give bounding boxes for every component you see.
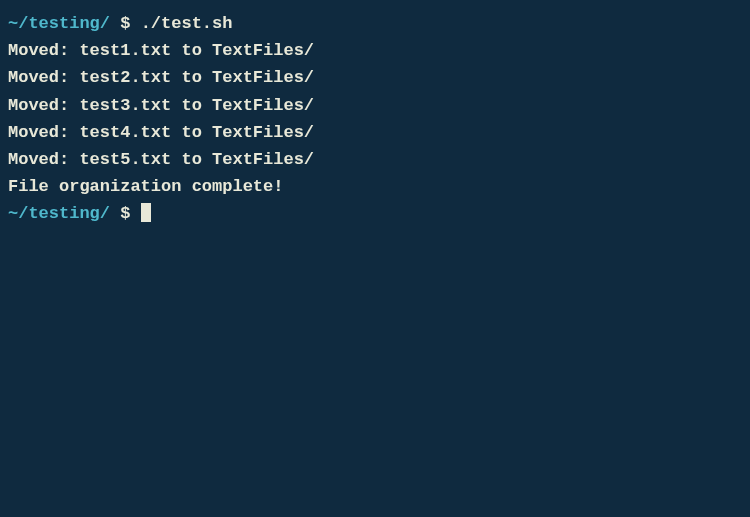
terminal-line-1: ~/testing/ $ ./test.sh bbox=[8, 10, 742, 37]
output-line-1: Moved: test1.txt to TextFiles/ bbox=[8, 37, 742, 64]
prompt-path: ~/testing/ bbox=[8, 14, 110, 33]
output-line-4: Moved: test4.txt to TextFiles/ bbox=[8, 119, 742, 146]
prompt-dollar: $ bbox=[110, 204, 141, 223]
prompt-path: ~/testing/ bbox=[8, 204, 110, 223]
output-line-3: Moved: test3.txt to TextFiles/ bbox=[8, 92, 742, 119]
command-text: ./test.sh bbox=[141, 14, 233, 33]
output-line-5: Moved: test5.txt to TextFiles/ bbox=[8, 146, 742, 173]
terminal-line-prompt[interactable]: ~/testing/ $ bbox=[8, 200, 742, 227]
output-line-6: File organization complete! bbox=[8, 173, 742, 200]
cursor bbox=[141, 203, 151, 222]
prompt-dollar: $ bbox=[110, 14, 141, 33]
output-line-2: Moved: test2.txt to TextFiles/ bbox=[8, 64, 742, 91]
